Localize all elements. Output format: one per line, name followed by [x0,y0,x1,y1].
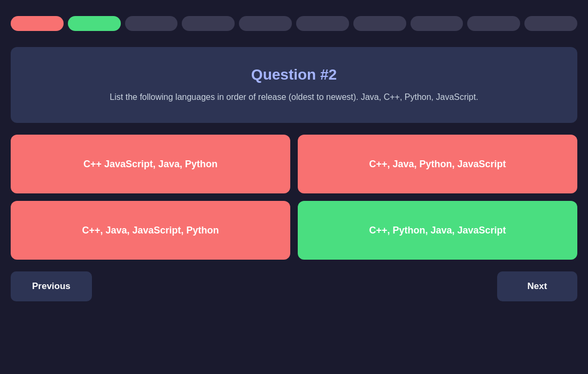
answer-button-3[interactable]: C++, Java, JavaScript, Python [11,201,290,260]
progress-dot-9 [467,16,520,31]
progress-dot-4 [182,16,235,31]
progress-dot-6 [296,16,349,31]
progress-bar [11,16,577,31]
progress-dot-1 [11,16,64,31]
progress-dot-3 [125,16,178,31]
progress-dot-10 [524,16,577,31]
answer-button-4[interactable]: C++, Python, Java, JavaScript [298,201,577,260]
answer-button-1[interactable]: C++ JavaScript, Java, Python [11,135,290,193]
next-button[interactable]: Next [497,271,577,301]
question-card: Question #2 List the following languages… [11,47,577,123]
progress-dot-7 [353,16,406,31]
question-text: List the following languages in order of… [32,91,556,104]
answer-button-2[interactable]: C++, Java, Python, JavaScript [298,135,577,193]
answers-grid: C++ JavaScript, Java, PythonC++, Java, P… [11,135,577,260]
progress-dot-2 [68,16,121,31]
progress-dot-5 [239,16,292,31]
previous-button[interactable]: Previous [11,271,92,301]
nav-bar: Previous Next [11,271,577,301]
progress-dot-8 [411,16,463,31]
question-title: Question #2 [32,66,556,83]
